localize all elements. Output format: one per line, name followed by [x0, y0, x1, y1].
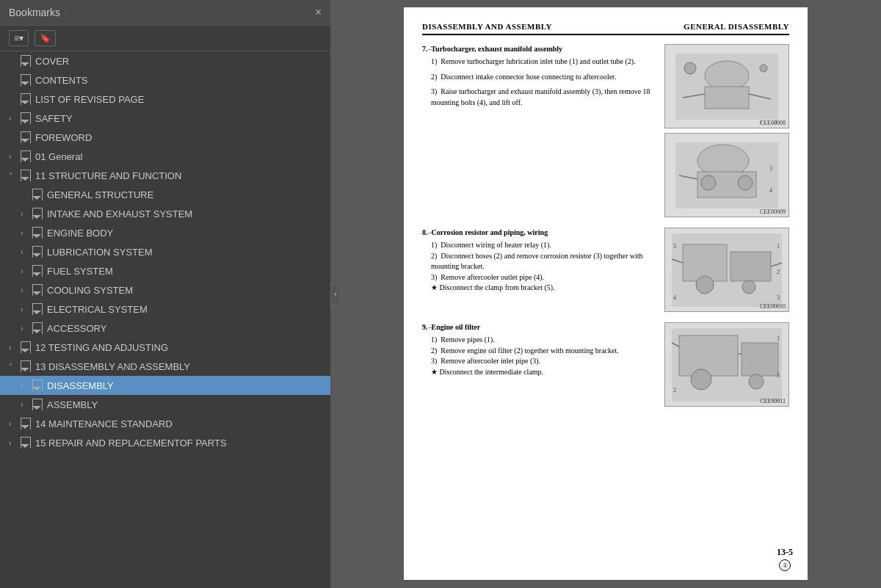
bookmark-label: ELECTRICAL SYSTEM [47, 304, 325, 315]
bookmark-item-accessory[interactable]: ACCESSORY [0, 319, 330, 338]
pdf-image-cee00009: 3 4 CEE00009 [664, 133, 789, 217]
chevron-icon [9, 344, 19, 352]
chevron-icon [9, 115, 19, 123]
bookmark-item-foreword[interactable]: FOREWORD [0, 128, 330, 147]
bookmarks-title: Bookmarks [9, 7, 60, 18]
pdf-section-9: 9. Engine oil filter 1) Remove pipes (1)… [422, 322, 789, 407]
svg-text:3: 3 [777, 372, 780, 379]
svg-point-12 [701, 175, 716, 190]
bookmark-icon [31, 208, 43, 219]
chevron-icon [21, 382, 31, 390]
bookmark-item-safety[interactable]: SAFETY [0, 109, 330, 128]
svg-text:4: 4 [673, 294, 676, 301]
pdf-section-7: 7. Turbocharger, exhaust manifold assemb… [422, 44, 789, 217]
bookmark-label: FOREWORD [35, 132, 325, 143]
bookmark-item-disassembly[interactable]: DISASSEMBLY [0, 376, 330, 395]
section-9-star: Disconnect the intermediate clamp. [422, 367, 657, 378]
bookmark-icon [31, 380, 43, 391]
bookmark-item-15-repair[interactable]: 15 REPAIR AND REPLACEMENTOF PARTS [0, 433, 330, 452]
img-label-cee00010: CEE00010 [760, 303, 786, 310]
bookmark-icon [31, 284, 43, 296]
bookmark-item-14-maintenance[interactable]: 14 MAINTENANCE STANDARD [0, 414, 330, 433]
bookmarks-header: Bookmarks × [0, 0, 330, 26]
svg-text:2: 2 [777, 269, 780, 275]
bookmark-icon [31, 189, 43, 200]
img-label-cee00009: CEE00009 [760, 208, 786, 215]
bookmark-icon [19, 74, 31, 86]
page-circle: ① [779, 559, 791, 571]
chevron-icon [9, 172, 19, 180]
collapse-panel-button[interactable]: ‹ [330, 284, 341, 305]
bookmark-label: 12 TESTING AND ADJUSTING [35, 342, 325, 353]
chevron-icon [21, 229, 31, 237]
chevron-icon [21, 305, 31, 313]
bookmark-item-intake-exhaust[interactable]: INTAKE AND EXHAUST SYSTEM [0, 204, 330, 223]
bookmark-icon [31, 265, 43, 277]
bookmark-icon [31, 227, 43, 239]
chevron-icon [21, 286, 31, 294]
bookmark-item-contents[interactable]: CONTENTS [0, 70, 330, 90]
pdf-section-8: 8. Corrosion resistor and piping, wiring… [422, 228, 789, 312]
svg-text:5: 5 [673, 243, 676, 250]
bookmark-icon [31, 399, 43, 410]
bookmark-label: FUEL SYSTEM [47, 266, 325, 277]
pdf-image-cee00008: 1 2 CEE00008 [664, 44, 789, 128]
bookmark-label: 15 REPAIR AND REPLACEMENTOF PARTS [35, 438, 325, 449]
bookmark-item-lubrication[interactable]: LUBRICATION SYSTEM [0, 242, 330, 261]
svg-text:1: 1 [777, 243, 780, 250]
section-7-step3: 3) Raise turbocharger and exhaust manifo… [422, 87, 657, 108]
section-8-star: Disconnect the clamp from bracket (5). [422, 283, 657, 294]
svg-text:4: 4 [769, 187, 772, 194]
bookmark-label: 14 MAINTENANCE STANDARD [35, 418, 325, 429]
bookmark-label: CONTENTS [35, 75, 325, 86]
bookmark-item-cover[interactable]: COVER [0, 51, 330, 70]
section-8-step3: 3) Remove aftercooler outlet pipe (4). [422, 272, 657, 283]
section-9-title: 9. Engine oil filter [422, 322, 657, 333]
pdf-image-cee00011: 1 3 2 CEE00011 [664, 322, 789, 407]
bookmark-item-general-structure[interactable]: GENERAL STRUCTURE [0, 185, 330, 204]
list-view-button[interactable]: ≡▾ [9, 30, 29, 46]
pdf-page: 615002 DISASSEMBLY AND ASSEMBLY GENERAL … [404, 7, 808, 580]
pdf-header-left: DISASSEMBLY AND ASSEMBLY [422, 22, 552, 31]
svg-rect-31 [742, 343, 778, 376]
bookmark-icon [19, 150, 31, 162]
svg-rect-30 [679, 335, 738, 376]
bookmark-icon [19, 112, 31, 124]
section-7-title: 7. Turbocharger, exhaust manifold assemb… [422, 44, 657, 54]
bookmark-label: ENGINE BODY [47, 228, 325, 239]
bookmark-button[interactable]: 🔖 [35, 30, 56, 46]
chevron-icon [21, 401, 31, 409]
bookmark-icon [31, 303, 43, 315]
section-8-title: 8. Corrosion resistor and piping, wiring [422, 228, 657, 238]
bookmark-item-cooling[interactable]: COOLING SYSTEM [0, 280, 330, 300]
bookmark-icon [31, 246, 43, 258]
bookmark-item-11-structure[interactable]: 11 STRUCTURE AND FUNCTION [0, 166, 330, 185]
svg-text:1: 1 [777, 335, 780, 342]
section-7-step2: 2) Disconnect intake connector hose conn… [422, 72, 657, 83]
page-number-area: 13-5 ① [777, 547, 793, 571]
bookmark-item-13-disassembly[interactable]: 13 DISASSEMBLY AND ASSEMBLY [0, 357, 330, 376]
side-label: 615002 [404, 236, 405, 254]
bookmark-item-engine-body[interactable]: ENGINE BODY [0, 223, 330, 242]
svg-point-13 [738, 175, 753, 190]
section-9-step3: 3) Remove aftercooler inlet pipe (3). [422, 356, 657, 367]
section-7-step1: 1) Remove turbocharger lubrication inlet… [422, 57, 657, 68]
img-label-cee00008: CEE00008 [760, 120, 786, 126]
bookmark-item-assembly[interactable]: ASSEMBLY [0, 395, 330, 414]
bookmark-item-electrical[interactable]: ELECTRICAL SYSTEM [0, 300, 330, 319]
bookmark-label: 13 DISASSEMBLY AND ASSEMBLY [35, 361, 325, 372]
pdf-viewer: 615002 DISASSEMBLY AND ASSEMBLY GENERAL … [330, 0, 881, 588]
chevron-icon [9, 439, 19, 447]
bookmark-item-list-revised[interactable]: LIST OF REVISED PAGE [0, 90, 330, 109]
svg-text:3: 3 [777, 294, 780, 301]
bookmark-label: COOLING SYSTEM [47, 285, 325, 296]
bookmark-item-12-testing[interactable]: 12 TESTING AND ADJUSTING [0, 338, 330, 357]
close-icon[interactable]: × [315, 6, 322, 19]
svg-point-1 [705, 61, 749, 90]
section-8-step1: 1) Disconnect wiring of heater relay (1)… [422, 240, 657, 251]
bookmark-item-fuel[interactable]: FUEL SYSTEM [0, 261, 330, 280]
bookmark-item-01-general[interactable]: 01 General [0, 147, 330, 166]
bookmark-tree[interactable]: COVERCONTENTSLIST OF REVISED PAGESAFETYF… [0, 51, 330, 588]
pdf-section-9-text: 9. Engine oil filter 1) Remove pipes (1)… [422, 322, 657, 407]
bookmark-icon [19, 418, 31, 429]
